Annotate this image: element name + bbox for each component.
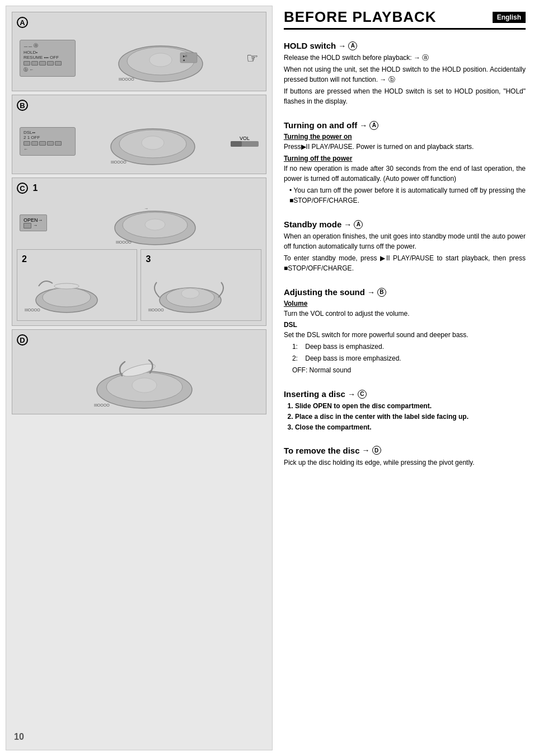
section-remove-disc: To remove the disc → D Pick up the disc … [284, 446, 526, 469]
btn2 [31, 61, 38, 66]
sound-arrow: → [367, 288, 375, 297]
btn-b1 [24, 141, 30, 146]
diagram-a: A ㅡㅡ ⓐ HOLD• RESUME ••• OFF [12, 12, 266, 91]
page-number: 10 [12, 730, 266, 744]
diagram-b-label: B [17, 100, 261, 111]
open-label: OPEN→ [24, 217, 43, 223]
power-on-subtitle: Turning the power on [284, 133, 526, 141]
power-off-bullet: You can turn off the power before it is … [284, 185, 526, 206]
circle-b: B [17, 100, 28, 111]
page-title: BEFORE PLAYBACK [284, 8, 437, 26]
dsl-options: 1: Deep bass is emphasized. 2: Deep bass… [284, 342, 526, 375]
svg-text:IIIOOOO: IIIOOOO [116, 240, 132, 244]
diagram-b: B DSL•• 2 1 OFF ← [12, 95, 266, 174]
sound-ref: B [377, 288, 386, 297]
vol-slider [231, 141, 259, 147]
dsl-off: OFF: Normal sound [292, 365, 526, 375]
turning-arrow: → [359, 121, 367, 130]
power-on-text: Press▶II PLAY/PAUSE. Power is turned on … [284, 142, 526, 152]
remove-disc-title-text: To remove the disc [284, 446, 360, 455]
standby-ref: A [354, 220, 363, 229]
player-c1: IIIOOOO → [51, 199, 259, 246]
turning-ref: A [369, 121, 378, 130]
sound-title: Adjusting the sound → B [284, 287, 526, 297]
hold-resume-label: HOLD• RESUME ••• OFF [24, 50, 72, 60]
diagram-c-label: C 1 [17, 183, 261, 194]
standby-title-text: Standby mode [284, 220, 341, 229]
remove-disc-p1: Pick up the disc holding its edge, while… [284, 458, 526, 468]
remove-disc-arrow: → [362, 446, 370, 455]
circle-d: D [17, 334, 28, 346]
hold-text: ㅡㅡ ⓐ [24, 43, 38, 48]
standby-p2: To enter standby mode, press ▶II PLAY/PA… [284, 253, 526, 273]
power-on-p1: Press▶II PLAY/PAUSE. Power is turned on … [284, 142, 526, 152]
volume-subtitle: Volume [284, 300, 526, 307]
btn-b5 [55, 141, 62, 146]
hold-p1: Release the HOLD switch before playback:… [284, 53, 526, 63]
svg-point-2 [149, 53, 172, 67]
hold-switch-title: HOLD switch → A [284, 41, 526, 50]
svg-text:IIIOOOO: IIIOOOO [111, 160, 127, 164]
diagram-c2-label: 2 [22, 254, 132, 264]
svg-point-17 [43, 288, 91, 307]
hold-switch-body: Release the HOLD switch before playback:… [284, 53, 526, 106]
turning-on-off-title: Turning on and off → A [284, 120, 526, 130]
diagram-c: C 1 OPEN→ → IIIOOOO → [12, 178, 266, 326]
power-off-body: If no new operation is made after 30 sec… [284, 164, 526, 206]
player-svg-c1: IIIOOOO → [113, 199, 197, 246]
insert-step-2: Place a disc in the center with the labe… [295, 412, 526, 422]
open-button [24, 223, 31, 228]
btn-b4 [47, 141, 54, 146]
buttons-b [24, 141, 72, 146]
remove-disc-ref: D [372, 446, 381, 455]
svg-point-13 [145, 219, 165, 230]
svg-text:IIIOOOO: IIIOOOO [25, 308, 40, 312]
turning-title-text: Turning on and off [284, 120, 357, 130]
c2-svg: IIIOOOO [22, 267, 100, 314]
player-svg-a: ▶II ■ IIIOOOO [116, 33, 205, 83]
svg-text:IIIOOOO: IIIOOOO [119, 77, 134, 81]
c3-illustration: IIIOOOO [146, 267, 256, 316]
svg-text:■: ■ [183, 58, 185, 62]
dsl-2: 2: Deep bass is more emphasized. [292, 353, 526, 363]
controls-panel-b: DSL•• 2 1 OFF ← [20, 127, 76, 156]
dsl-1: 1: Deep bass is emphasized. [292, 342, 526, 352]
c2-illustration: IIIOOOO [22, 267, 132, 316]
controls-panel-a: ㅡㅡ ⓐ HOLD• RESUME ••• OFF ⓑ ← [20, 40, 76, 77]
b-ref: ⓑ ← [24, 67, 34, 72]
svg-text:▶II: ▶II [183, 54, 187, 58]
svg-text:→: → [144, 206, 148, 211]
language-badge: English [493, 12, 526, 23]
diagram-b-content: DSL•• 2 1 OFF ← IIIOOOO [17, 113, 261, 169]
dsl-label-b: DSL•• 2 1 OFF [24, 130, 72, 140]
insert-step-3: Close the compartment. [295, 422, 526, 433]
dsl-subtitle: DSL [284, 321, 526, 329]
diagram-d-svg: IIIOOOO [83, 348, 195, 409]
svg-point-22 [181, 288, 199, 298]
btn-b2 [31, 141, 38, 146]
open-arrow-icon: → [33, 223, 38, 228]
hold-p2: When not using the unit, set the HOLD sw… [284, 64, 526, 85]
left-panel: A ㅡㅡ ⓐ HOLD• RESUME ••• OFF [6, 6, 273, 750]
diagram-d-label: D [17, 334, 261, 346]
standby-body: When an operation finishes, the unit goe… [284, 231, 526, 273]
hold-label: ㅡㅡ ⓐ [24, 43, 72, 49]
btn4 [47, 61, 54, 66]
player-svg-b: IIIOOOO [108, 116, 198, 166]
finger-icon-a: ☞ [246, 50, 259, 66]
c3-number: 3 [146, 254, 151, 264]
svg-text:IIIOOOO: IIIOOOO [94, 403, 110, 407]
section-standby: Standby mode → A When an operation finis… [284, 220, 526, 275]
c3-svg: IIIOOOO [146, 267, 224, 314]
svg-point-26 [132, 378, 157, 393]
power-off-subtitle: Turning off the power [284, 155, 526, 162]
right-panel: BEFORE PLAYBACK English HOLD switch → A … [278, 0, 534, 756]
btn3 [39, 61, 46, 66]
btn5 [55, 61, 62, 66]
player-a: ▶II ■ IIIOOOO [80, 33, 242, 83]
svg-text:IIIOOOO: IIIOOOO [148, 308, 164, 312]
section-sound: Adjusting the sound → B Volume Turn the … [284, 287, 526, 377]
circle-c: C [17, 183, 28, 194]
remove-disc-body: Pick up the disc holding its edge, while… [284, 458, 526, 468]
remove-disc-title: To remove the disc → D [284, 446, 526, 455]
